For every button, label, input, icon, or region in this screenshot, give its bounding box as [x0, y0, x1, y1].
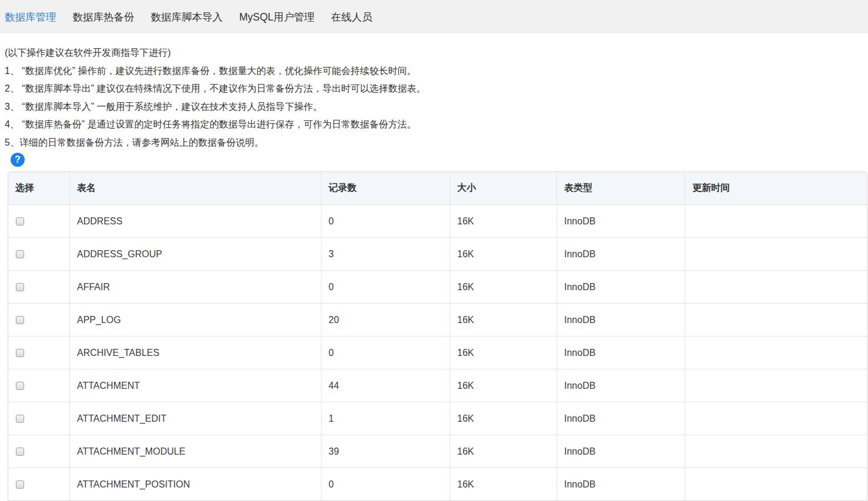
- table-type-cell: InnoDB: [557, 304, 685, 337]
- table-type-cell: InnoDB: [557, 468, 685, 501]
- select-cell: [8, 337, 70, 369]
- size-cell: 16K: [450, 369, 557, 402]
- nav-tab-item[interactable]: MySQL用户管理: [239, 10, 314, 24]
- table-type-cell: InnoDB: [557, 271, 685, 304]
- select-cell: [8, 435, 70, 468]
- record-count-cell: 44: [321, 369, 450, 402]
- updated-time-cell: [685, 238, 867, 271]
- column-header: 记录数: [321, 172, 450, 205]
- select-cell: [8, 238, 70, 271]
- table-name-cell: ADDRESS_GROUP: [70, 238, 321, 271]
- table-row: ARCHIVE_TABLES016KInnoDB: [8, 337, 867, 369]
- column-header: 表类型: [557, 172, 685, 205]
- note-line: 3、 “数据库脚本导入” 一般用于系统维护，建议在技术支持人员指导下操作。: [5, 98, 868, 116]
- top-navbar: 数据库管理数据库热备份数据库脚本导入MySQL用户管理在线人员: [0, 0, 868, 33]
- size-cell: 16K: [450, 337, 557, 369]
- table-name-cell: ATTACHMENT_EDIT: [70, 402, 321, 435]
- note-line: 4、 “数据库热备份” 是通过设置的定时任务将指定的数据导出进行保存，可作为日常…: [5, 116, 868, 134]
- row-checkbox[interactable]: [16, 217, 24, 226]
- size-cell: 16K: [450, 238, 557, 271]
- record-count-cell: 39: [321, 435, 450, 468]
- size-cell: 16K: [450, 402, 557, 435]
- column-header: 大小: [450, 172, 557, 205]
- row-checkbox[interactable]: [16, 349, 24, 357]
- table-row: ATTACHMENT_MODULE3916KInnoDB: [8, 435, 867, 468]
- select-cell: [8, 304, 70, 337]
- table-name-cell: ARCHIVE_TABLES: [70, 337, 321, 369]
- note-line: 1、 “数据库优化” 操作前，建议先进行数据库备份，数据量大的表，优化操作可能会…: [5, 62, 868, 80]
- row-checkbox[interactable]: [16, 480, 24, 489]
- help-icon[interactable]: ?: [11, 153, 25, 167]
- updated-time-cell: [685, 402, 867, 435]
- nav-tab-item[interactable]: 数据库脚本导入: [151, 10, 223, 24]
- select-cell: [8, 369, 70, 402]
- select-cell: [8, 271, 70, 304]
- instruction-notes: (以下操作建议在软件开发商指导下进行) 1、 “数据库优化” 操作前，建议先进行…: [5, 44, 868, 152]
- table-name-cell: APP_LOG: [70, 304, 321, 337]
- table-row: ATTACHMENT_POSITION016KInnoDB: [8, 468, 867, 501]
- updated-time-cell: [685, 337, 867, 369]
- database-tables-table: 选择表名记录数大小表类型更新时间 ADDRESS016KInnoDBADDRES…: [8, 172, 867, 501]
- table-name-cell: ATTACHMENT_MODULE: [70, 435, 321, 468]
- row-checkbox[interactable]: [16, 382, 24, 390]
- row-checkbox[interactable]: [16, 415, 24, 423]
- row-checkbox[interactable]: [16, 283, 24, 291]
- table-name-cell: ATTACHMENT: [70, 369, 321, 402]
- note-line: 2、 “数据库脚本导出” 建议仅在特殊情况下使用，不建议作为日常备份方法，导出时…: [5, 80, 868, 98]
- record-count-cell: 0: [321, 271, 450, 304]
- row-checkbox[interactable]: [16, 250, 24, 258]
- record-count-cell: 3: [321, 238, 450, 271]
- row-checkbox[interactable]: [16, 316, 24, 324]
- table-header-row: 选择表名记录数大小表类型更新时间: [8, 172, 867, 205]
- size-cell: 16K: [450, 468, 557, 501]
- nav-tab-item[interactable]: 数据库热备份: [73, 10, 135, 24]
- table-type-cell: InnoDB: [557, 435, 685, 468]
- select-cell: [8, 205, 70, 238]
- size-cell: 16K: [450, 435, 557, 468]
- table-name-cell: ATTACHMENT_POSITION: [70, 468, 321, 501]
- note-line: 5、详细的日常数据备份方法，请参考网站上的数据备份说明。: [5, 134, 868, 152]
- table-type-cell: InnoDB: [557, 238, 685, 271]
- size-cell: 16K: [450, 205, 557, 238]
- table-row: ATTACHMENT_EDIT116KInnoDB: [8, 402, 867, 435]
- table-row: ATTACHMENT4416KInnoDB: [8, 369, 867, 402]
- table-name-cell: AFFAIR: [70, 271, 321, 304]
- updated-time-cell: [685, 468, 867, 501]
- row-checkbox[interactable]: [16, 448, 24, 456]
- column-header: 表名: [70, 172, 321, 205]
- notes-intro-line: (以下操作建议在软件开发商指导下进行): [5, 44, 868, 62]
- table-type-cell: InnoDB: [557, 337, 685, 369]
- record-count-cell: 20: [321, 304, 450, 337]
- select-cell: [8, 468, 70, 501]
- record-count-cell: 0: [321, 337, 450, 369]
- table-row: ADDRESS_GROUP316KInnoDB: [8, 238, 867, 271]
- updated-time-cell: [685, 271, 867, 304]
- size-cell: 16K: [450, 304, 557, 337]
- nav-tab-item[interactable]: 在线人员: [331, 10, 372, 24]
- updated-time-cell: [685, 369, 867, 402]
- table-type-cell: InnoDB: [557, 369, 685, 402]
- updated-time-cell: [685, 304, 867, 337]
- updated-time-cell: [685, 435, 867, 468]
- table-type-cell: InnoDB: [557, 402, 685, 435]
- record-count-cell: 0: [321, 468, 450, 501]
- record-count-cell: 0: [321, 205, 450, 238]
- column-header: 选择: [8, 172, 70, 205]
- column-header: 更新时间: [685, 172, 867, 205]
- notes-list: 1、 “数据库优化” 操作前，建议先进行数据库备份，数据量大的表，优化操作可能会…: [5, 62, 868, 152]
- updated-time-cell: [685, 205, 867, 238]
- record-count-cell: 1: [321, 402, 450, 435]
- size-cell: 16K: [450, 271, 557, 304]
- table-row: ADDRESS016KInnoDB: [8, 205, 867, 238]
- table-name-cell: ADDRESS: [70, 205, 321, 238]
- table-type-cell: InnoDB: [557, 205, 685, 238]
- select-cell: [8, 402, 70, 435]
- table-row: AFFAIR016KInnoDB: [8, 271, 867, 304]
- table-row: APP_LOG2016KInnoDB: [8, 304, 867, 337]
- nav-tab-active[interactable]: 数据库管理: [5, 10, 56, 24]
